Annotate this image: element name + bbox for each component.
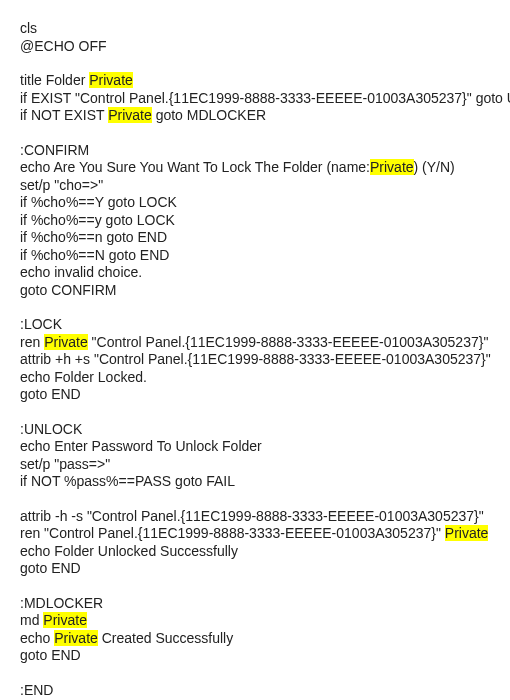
code-line: if EXIST "Control Panel.{11EC1999-8888-3… — [20, 90, 490, 108]
code-line: @ECHO OFF — [20, 38, 490, 56]
code-line: :UNLOCK — [20, 421, 490, 439]
code-line: :END — [20, 682, 490, 700]
blank-line — [20, 491, 490, 508]
highlighted-word: Private — [370, 159, 414, 175]
code-line: :MDLOCKER — [20, 595, 490, 613]
highlighted-word: Private — [54, 630, 98, 646]
code-line: ren Private "Control Panel.{11EC1999-888… — [20, 334, 490, 352]
highlighted-word: Private — [445, 525, 489, 541]
code-line: goto CONFIRM — [20, 282, 490, 300]
code-line: cls — [20, 20, 490, 38]
code-line: :CONFIRM — [20, 142, 490, 160]
code-line: if %cho%==Y goto LOCK — [20, 194, 490, 212]
code-line: attrib +h +s "Control Panel.{11EC1999-88… — [20, 351, 490, 369]
highlighted-word: Private — [43, 612, 87, 628]
code-line: ren "Control Panel.{11EC1999-8888-3333-E… — [20, 525, 490, 543]
blank-line — [20, 55, 490, 72]
code-line: echo Enter Password To Unlock Folder — [20, 438, 490, 456]
code-line: title Folder Private — [20, 72, 490, 90]
highlighted-word: Private — [108, 107, 152, 123]
batch-script-code: cls@ECHO OFFtitle Folder Privateif EXIST… — [20, 20, 490, 699]
code-line: md Private — [20, 612, 490, 630]
highlighted-word: Private — [89, 72, 133, 88]
code-line: set/p "cho=>" — [20, 177, 490, 195]
code-line: goto END — [20, 647, 490, 665]
blank-line — [20, 404, 490, 421]
code-line: goto END — [20, 386, 490, 404]
code-line: :LOCK — [20, 316, 490, 334]
blank-line — [20, 299, 490, 316]
code-line: if NOT %pass%==PASS goto FAIL — [20, 473, 490, 491]
code-line: echo Private Created Successfully — [20, 630, 490, 648]
code-line: if NOT EXIST Private goto MDLOCKER — [20, 107, 490, 125]
code-line: attrib -h -s "Control Panel.{11EC1999-88… — [20, 508, 490, 526]
blank-line — [20, 578, 490, 595]
code-line: echo Folder Unlocked Successfully — [20, 543, 490, 561]
blank-line — [20, 665, 490, 682]
code-line: set/p "pass=>" — [20, 456, 490, 474]
code-line: if %cho%==n goto END — [20, 229, 490, 247]
code-line: if %cho%==N goto END — [20, 247, 490, 265]
code-line: echo Are You Sure You Want To Lock The F… — [20, 159, 490, 177]
code-line: echo invalid choice. — [20, 264, 490, 282]
highlighted-word: Private — [44, 334, 88, 350]
code-line: goto END — [20, 560, 490, 578]
code-line: echo Folder Locked. — [20, 369, 490, 387]
blank-line — [20, 125, 490, 142]
code-line: if %cho%==y goto LOCK — [20, 212, 490, 230]
